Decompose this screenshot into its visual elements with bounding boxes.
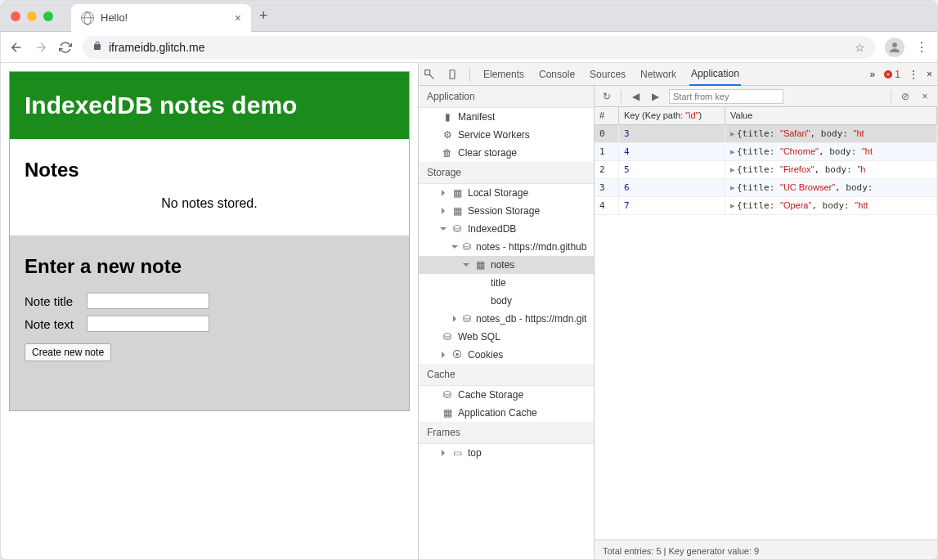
sidebar-item-session-storage[interactable]: ▦Session Storage [419,202,594,220]
gear-icon: ⚙ [442,129,453,141]
next-page-icon[interactable]: ▶ [649,91,661,102]
header-key[interactable]: Key (Key path: "id") [619,107,725,124]
text-input[interactable] [87,316,209,332]
data-rows: 03▸{title: "Safari", body: "ht14▸{title:… [595,125,937,540]
caret-icon [442,352,445,358]
create-note-button[interactable]: Create new note [25,343,111,361]
caret-icon [442,190,445,196]
refresh-icon[interactable]: ↻ [601,91,613,102]
sidebar-item-idb-database2[interactable]: ⛁notes_db - https://mdn.git [419,310,594,328]
cell-index: 0 [595,125,619,142]
forward-button[interactable] [34,40,48,55]
cookie-icon: ⦿ [451,349,463,361]
cell-key: 3 [619,125,725,142]
tab-sources[interactable]: Sources [588,63,627,85]
tab-application[interactable]: Application [689,64,741,86]
cell-value: ▸{title: "Opera", body: "htt [725,197,937,214]
device-icon[interactable] [447,69,458,80]
back-button[interactable] [9,40,24,55]
more-tabs-icon[interactable]: » [870,69,876,80]
data-row[interactable]: 25▸{title: "Firefox", body: "h [595,161,937,179]
caret-down-icon [440,227,447,231]
browser-tab[interactable]: Hello! × [71,4,251,32]
sidebar-item-idb-database[interactable]: ⛁notes - https://mdn.github [419,238,594,256]
section-storage: Storage [419,162,594,184]
sidebar-item-service-workers[interactable]: ⚙Service Workers [419,126,594,144]
cell-index: 1 [595,143,619,160]
database-icon: ⛁ [442,389,453,401]
clear-store-icon[interactable]: ⊘ [900,91,911,102]
error-badge[interactable]: 1 [883,69,900,80]
cell-value: ▸{title: "Firefox", body: "h [725,161,937,178]
close-window-icon[interactable] [11,11,20,21]
data-toolbar: ↻ ◀ ▶ ⊘ × [595,86,937,107]
tab-title: Hello! [101,11,128,24]
maximize-window-icon[interactable] [43,11,53,21]
content-split: IndexedDB notes demo Notes No notes stor… [1,63,937,560]
new-tab-button[interactable]: + [259,7,268,25]
header-value[interactable]: Value [725,107,937,124]
sidebar-item-indexeddb[interactable]: ⛁IndexedDB [419,220,594,238]
profile-avatar[interactable] [885,38,904,57]
devtools-panel: Elements Console Sources Network Applica… [418,63,937,560]
menu-icon[interactable]: ⋮ [914,40,929,55]
sidebar-item-idb-index-body[interactable]: body [419,292,594,310]
bookmark-icon[interactable]: ☆ [855,41,865,54]
lock-icon [92,41,102,53]
traffic-lights [11,11,53,21]
sidebar-item-app-cache[interactable]: ▦Application Cache [419,404,594,422]
sidebar-item-cookies[interactable]: ⦿Cookies [419,346,594,364]
cell-key: 6 [619,179,725,196]
storage-icon: ▦ [451,205,463,217]
title-input[interactable] [87,293,209,309]
cell-index: 2 [595,161,619,178]
cell-key: 7 [619,197,725,214]
sidebar-item-idb-store[interactable]: ▦notes [419,256,594,274]
close-tab-icon[interactable]: × [235,11,241,25]
cell-value: ▸{title: "Chrome", body: "ht [725,143,937,160]
minimize-window-icon[interactable] [27,11,37,21]
title-label: Note title [25,294,82,308]
inspect-icon[interactable] [424,69,435,80]
sidebar-item-local-storage[interactable]: ▦Local Storage [419,184,594,202]
svg-rect-2 [450,69,455,78]
prev-page-icon[interactable]: ◀ [630,91,641,102]
devtools-tabbar: Elements Console Sources Network Applica… [419,63,937,86]
tab-network[interactable]: Network [639,63,678,85]
header-index[interactable]: # [595,107,619,124]
section-cache: Cache [419,364,594,386]
storage-icon: ▦ [451,187,463,199]
caret-icon [453,316,456,322]
svg-rect-1 [425,69,430,74]
browser-toolbar: iframeidb.glitch.me ☆ ⋮ [1,32,937,63]
database-icon: ⛁ [451,223,463,235]
data-row[interactable]: 14▸{title: "Chrome", body: "ht [595,143,937,161]
sidebar-item-top-frame[interactable]: ▭top [419,444,594,462]
caret-icon [442,208,445,214]
caret-down-icon [451,245,458,249]
frame-icon: ▭ [451,447,463,459]
close-devtools-icon[interactable]: × [927,69,932,80]
tab-elements[interactable]: Elements [482,63,526,85]
reload-button[interactable] [58,40,73,55]
key-search-input[interactable] [669,89,783,104]
sidebar-item-websql[interactable]: ⛁Web SQL [419,328,594,346]
data-row[interactable]: 03▸{title: "Safari", body: "ht [595,125,937,143]
url-bar[interactable]: iframeidb.glitch.me ☆ [83,36,875,59]
browser-window: Hello! × + iframeidb.glitch.me ☆ ⋮ Index… [0,0,938,560]
section-frames: Frames [419,422,594,444]
database-icon: ⛁ [463,241,471,253]
data-row[interactable]: 36▸{title: "UC Browser", body: [595,179,937,197]
delete-icon[interactable]: × [919,91,931,102]
cell-key: 5 [619,161,725,178]
tab-console[interactable]: Console [537,63,577,85]
data-row[interactable]: 47▸{title: "Opera", body: "htt [595,197,937,215]
empty-message: No notes stored. [25,196,394,211]
cell-value: ▸{title: "UC Browser", body: [725,179,937,196]
sidebar-item-clear-storage[interactable]: 🗑Clear storage [419,144,594,162]
sidebar-item-manifest[interactable]: ▮Manifest [419,108,594,126]
trash-icon: 🗑 [442,147,453,159]
sidebar-item-cache-storage[interactable]: ⛁Cache Storage [419,386,594,404]
sidebar-item-idb-index-title[interactable]: title [419,274,594,292]
devtools-menu-icon[interactable]: ⋮ [909,69,918,80]
